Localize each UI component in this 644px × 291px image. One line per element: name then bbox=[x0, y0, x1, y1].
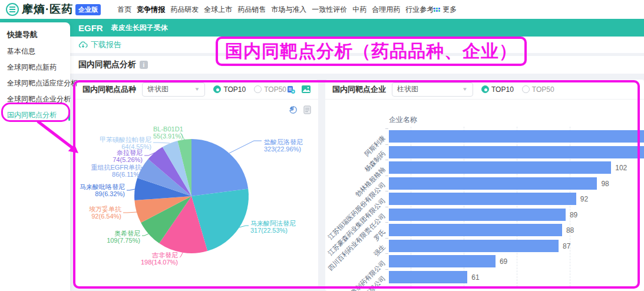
bar[interactable] bbox=[389, 177, 597, 190]
bar[interactable] bbox=[389, 193, 576, 205]
pie-slice-label: 甲苯磺酸拉帕替尼64(4.55%) bbox=[100, 136, 151, 150]
enterprise-panel-title: 国内同靶点企业 bbox=[332, 84, 386, 95]
bar-value-label: 69 bbox=[500, 257, 507, 266]
sidebar-item[interactable]: 基本信息 bbox=[0, 44, 70, 59]
radio-dot-icon bbox=[481, 85, 489, 93]
pie-leader-line bbox=[142, 234, 148, 236]
nav-item[interactable]: 中药 bbox=[352, 5, 366, 15]
pie-leader-line bbox=[180, 253, 183, 257]
gene-description: 表皮生长因子受体 bbox=[111, 23, 168, 33]
sidebar-item[interactable]: 全球同靶点企业分析 bbox=[0, 91, 70, 107]
pie-leader-line bbox=[127, 189, 135, 190]
nav-item[interactable]: 全球上市 bbox=[204, 5, 232, 15]
pie-slice-label: 重组抗EGFR单抗86(6.11%) bbox=[91, 164, 141, 178]
bar-value-label: 92 bbox=[580, 195, 588, 203]
page-title: 国内同靶点分析 bbox=[78, 59, 136, 70]
gene-banner: EGFR 表皮生长因子受体 bbox=[0, 19, 644, 37]
enterprise-top50-radio[interactable]: TOP50 bbox=[522, 85, 554, 94]
nav-item[interactable]: 竞争情报 bbox=[137, 5, 165, 15]
bar-value-label: 89 bbox=[570, 211, 577, 219]
gene-symbol: EGFR bbox=[78, 23, 103, 33]
enterprise-top-radios: TOP10 TOP50 bbox=[481, 85, 554, 94]
more-grid-icon bbox=[434, 8, 440, 12]
bar[interactable] bbox=[389, 271, 467, 283]
pie-slice-label: 马来酸阿法替尼317(22.53%) bbox=[250, 220, 296, 234]
axis-tick bbox=[385, 176, 388, 176]
bar[interactable] bbox=[389, 146, 644, 158]
pie-leader-line bbox=[123, 212, 137, 213]
enterprise-top10-radio[interactable]: TOP10 bbox=[481, 85, 514, 94]
axis-tick bbox=[385, 191, 388, 191]
top-navbar: 摩熵·医药 企业版 首页竞争情报药品研发全球上市药品销售市场与准入一致性评价中药… bbox=[0, 0, 644, 19]
enterprise-top10-label: TOP10 bbox=[491, 85, 514, 94]
axis-tick bbox=[385, 128, 388, 129]
pie-leader-line bbox=[239, 226, 249, 227]
bar[interactable] bbox=[389, 255, 496, 267]
nav-item[interactable]: 药品销售 bbox=[237, 5, 266, 15]
pie-slice-label: 盐酸厄洛替尼323(22.96%) bbox=[264, 138, 303, 153]
bar-axis-title: 企业名称 bbox=[389, 115, 417, 125]
pie-slice-label: 马来酸吡咯替尼89(6.32%) bbox=[80, 183, 125, 197]
nav-item[interactable]: 药品研发 bbox=[170, 5, 199, 15]
active-indicator bbox=[68, 110, 70, 121]
enterprise-panel-header: 国内同靶点企业 柱状图 ▼ TOP10 TOP50 bbox=[325, 80, 644, 100]
bar-value-label: 98 bbox=[601, 180, 609, 188]
axis-tick bbox=[385, 207, 388, 207]
enterprise-chart-type-select[interactable]: 柱状图 ▼ bbox=[392, 82, 473, 97]
brand-edition-badge: 企业版 bbox=[75, 4, 101, 15]
brand-logo-icon bbox=[6, 3, 19, 16]
quick-nav-sidebar: 快捷导航 基本信息全球同靶点新药全球同靶点适应症分析全球同靶点企业分析国内同靶点… bbox=[0, 22, 70, 291]
bar-value-label: 102 bbox=[615, 164, 627, 172]
sidebar-item[interactable]: 全球同靶点适应症分析 bbox=[0, 75, 70, 91]
pie-slice[interactable] bbox=[191, 139, 248, 196]
bar[interactable] bbox=[389, 161, 611, 174]
pie-slice-label: 埃万妥单抗92(6.54%) bbox=[89, 206, 121, 220]
axis-tick bbox=[385, 253, 388, 254]
nav-item[interactable]: 市场与准入 bbox=[271, 5, 306, 15]
axis-tick bbox=[385, 160, 388, 160]
chevron-down-icon: ▼ bbox=[462, 87, 468, 92]
variety-panel: 国内同靶点品种 饼状图 ▼ TOP10 TOP50 bbox=[75, 80, 318, 287]
axis-tick bbox=[385, 144, 388, 145]
nav-more-button[interactable]: 更多 bbox=[434, 5, 457, 15]
brand[interactable]: 摩熵·医药 企业版 bbox=[6, 2, 101, 17]
bar[interactable] bbox=[389, 240, 559, 252]
sidebar-title: 快捷导航 bbox=[0, 22, 70, 40]
nav-item[interactable]: 首页 bbox=[117, 5, 131, 15]
nav-item[interactable]: 合理用药 bbox=[372, 5, 400, 15]
pie-leader-line bbox=[153, 143, 170, 143]
variety-view-switch bbox=[289, 105, 311, 114]
brand-name: 摩熵·医药 bbox=[22, 2, 73, 17]
report-view-icon[interactable] bbox=[303, 105, 311, 114]
bar[interactable] bbox=[389, 209, 566, 221]
pie-slice-label: 奥希替尼109(7.75%) bbox=[107, 230, 140, 244]
pie-view-icon[interactable] bbox=[289, 105, 298, 114]
download-report-button[interactable]: 下载报告 bbox=[78, 39, 121, 50]
sidebar-item[interactable]: 全球同靶点新药 bbox=[0, 59, 70, 75]
bar[interactable] bbox=[389, 130, 644, 143]
sidebar-item[interactable]: 国内同靶点分析 bbox=[0, 107, 70, 123]
axis-tick bbox=[385, 238, 388, 239]
enterprise-top50-label: TOP50 bbox=[532, 85, 554, 94]
nav-more-label: 更多 bbox=[442, 5, 457, 15]
nav-item[interactable]: 行业参考 bbox=[405, 5, 434, 15]
enterprise-chart-type-value: 柱状图 bbox=[397, 84, 418, 94]
radio-dot-icon bbox=[522, 85, 530, 93]
app-root: 摩熵·医药 企业版 首页竞争情报药品研发全球上市药品销售市场与准入一致性评价中药… bbox=[0, 0, 644, 291]
enterprise-panel: 国内同靶点企业 柱状图 ▼ TOP10 TOP50 企业名称 阿斯利康杨森制药勃… bbox=[325, 80, 644, 291]
axis-tick bbox=[385, 269, 388, 270]
axis-tick bbox=[385, 222, 388, 223]
download-report-label: 下载报告 bbox=[91, 39, 121, 50]
sidebar-list: 基本信息全球同靶点新药全球同靶点适应症分析全球同靶点企业分析国内同靶点分析 bbox=[0, 44, 70, 123]
bar-value-label: 88 bbox=[566, 226, 574, 234]
main-nav: 首页竞争情报药品研发全球上市药品销售市场与准入一致性评价中药合理用药行业参考 bbox=[117, 5, 434, 15]
nav-item[interactable]: 一致性评价 bbox=[312, 5, 347, 15]
info-icon[interactable]: i bbox=[140, 61, 148, 69]
pie-leader-line bbox=[229, 141, 262, 153]
annotation-title-text: 国内同靶点分析（药品品种、企业） bbox=[225, 39, 517, 64]
annotation-title-box: 国内同靶点分析（药品品种、企业） bbox=[216, 37, 527, 66]
bar[interactable] bbox=[389, 224, 562, 236]
pie-slice-label: BL-B01D155(3.91%) bbox=[153, 125, 183, 140]
bar-value-label: 61 bbox=[471, 273, 479, 282]
bar-value-label: 87 bbox=[563, 242, 570, 250]
